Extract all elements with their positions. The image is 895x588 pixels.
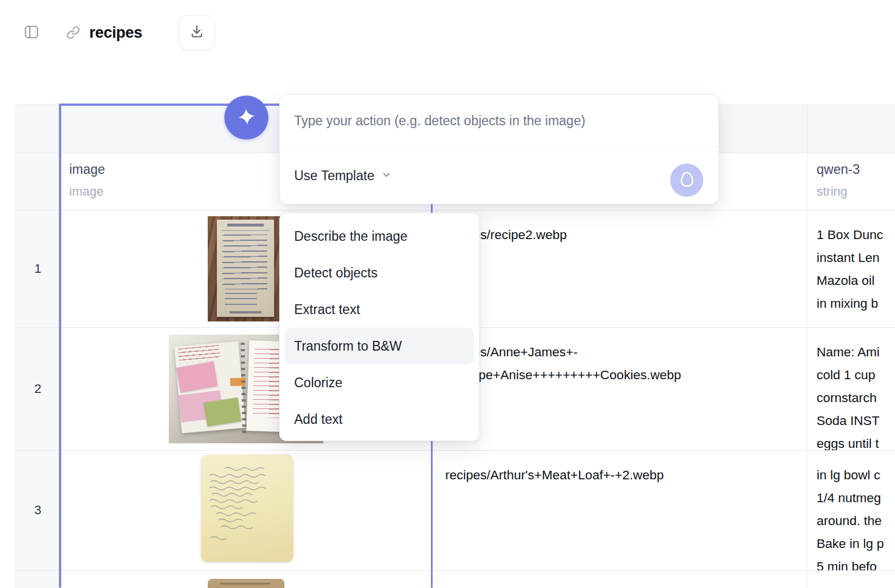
- cell-text: Bake in lg p: [817, 533, 884, 555]
- menu-item-describe-the-image[interactable]: Describe the image: [280, 218, 479, 255]
- action-input[interactable]: Type your action (e.g. detect objects in…: [280, 95, 718, 147]
- link-icon: [66, 31, 81, 41]
- use-template-button[interactable]: Use Template: [294, 168, 392, 184]
- action-input-placeholder: Type your action (e.g. detect objects in…: [294, 113, 585, 129]
- cell-path-row3[interactable]: recipes/Arthur's+Meat+Loaf+-+2.webp: [432, 450, 807, 570]
- cell-text: Soda INST: [817, 410, 880, 432]
- cell-text: eggs until t: [817, 432, 879, 450]
- column-type: string: [817, 184, 848, 200]
- chevron-down-icon: [381, 168, 392, 184]
- cell-text: instant Len: [817, 247, 880, 269]
- egg-icon: [679, 170, 695, 190]
- cell-output-row1[interactable]: 1 Box Dunc instant Len Mazola oil in mix…: [807, 210, 895, 327]
- panel-left-icon: [23, 32, 40, 42]
- download-icon: [189, 24, 204, 41]
- cell-text: in lg bowl c: [817, 464, 880, 487]
- column-header-qwen-3[interactable]: qwen-3 string: [807, 153, 895, 210]
- cell-text: cornstarch: [817, 387, 877, 410]
- cell-output-row4[interactable]: 1 1/4 c Salt: [807, 570, 895, 588]
- ai-action-button[interactable]: [224, 96, 268, 140]
- download-button[interactable]: [179, 15, 215, 50]
- sparkle-icon: [237, 108, 256, 128]
- cell-text: +Recipe+Anise+++++++++Cookies.webp: [445, 364, 681, 387]
- cell-text: Name: Ami: [817, 341, 880, 364]
- recipe-binder-art: [175, 341, 246, 433]
- recipe-image-row4[interactable]: [208, 579, 284, 588]
- cell-output-row2[interactable]: Name: Ami cold 1 cup cornstarch Soda INS…: [807, 327, 895, 450]
- cell-text: 1 1/4 c Salt: [817, 584, 881, 588]
- app-window: recipes image image qwen-3 string 1 2 3 …: [0, 0, 895, 588]
- menu-item-extract-text[interactable]: Extract text: [280, 291, 479, 328]
- handwriting-art: [201, 455, 293, 562]
- template-menu: Describe the image Detect objects Extrac…: [279, 213, 480, 441]
- cell-output-row3[interactable]: in lg bowl c 1/4 nutmeg around. the Bake…: [807, 450, 895, 570]
- cell-path-row4[interactable]: recipes/bananas+frosted.webp: [432, 570, 807, 588]
- column-name: qwen-3: [817, 161, 860, 177]
- cell-path-row1[interactable]: recipes/recipe2.webp: [432, 210, 807, 327]
- menu-item-detect-objects[interactable]: Detect objects: [280, 255, 479, 291]
- recipe-image-row1[interactable]: [208, 216, 284, 321]
- menu-item-add-text[interactable]: Add text: [280, 401, 479, 438]
- cell-text: Mazola oil: [817, 269, 874, 292]
- cell-text: 1/4 nutmeg: [817, 487, 881, 510]
- row-number[interactable]: 3: [15, 450, 60, 570]
- page-title: recipes: [89, 24, 142, 42]
- cell-path-row2[interactable]: recipes/Anne+James+- +Recipe+Anise++++++…: [432, 327, 807, 450]
- cell-text: 5 min befo: [817, 555, 877, 570]
- recipe-card-art: [217, 220, 274, 317]
- menu-item-colorize[interactable]: Colorize: [280, 364, 479, 401]
- cell-text: 1 Box Dunc: [817, 224, 883, 247]
- cell-text: in mixing b: [817, 292, 878, 315]
- row-number[interactable]: 1: [15, 210, 60, 327]
- cell-text: cold 1 cup: [817, 364, 876, 387]
- menu-item-transform-to-bw[interactable]: Transform to B&W: [285, 328, 474, 364]
- link-button[interactable]: [66, 26, 81, 39]
- column-name: image: [69, 161, 105, 177]
- recipe-image-row3[interactable]: [201, 455, 293, 562]
- use-template-label: Use Template: [294, 168, 374, 184]
- cell-text: recipes/bananas+frosted.webp: [445, 584, 621, 588]
- row-number[interactable]: 2: [15, 327, 60, 450]
- cell-text: recipes/Arthur's+Meat+Loaf+-+2.webp: [445, 464, 664, 487]
- submit-action-button[interactable]: [670, 164, 703, 197]
- column-type: image: [69, 184, 104, 200]
- action-popup: Type your action (e.g. detect objects in…: [279, 94, 719, 204]
- cell-text: around. the: [817, 510, 882, 533]
- sidebar-toggle-button[interactable]: [23, 24, 40, 40]
